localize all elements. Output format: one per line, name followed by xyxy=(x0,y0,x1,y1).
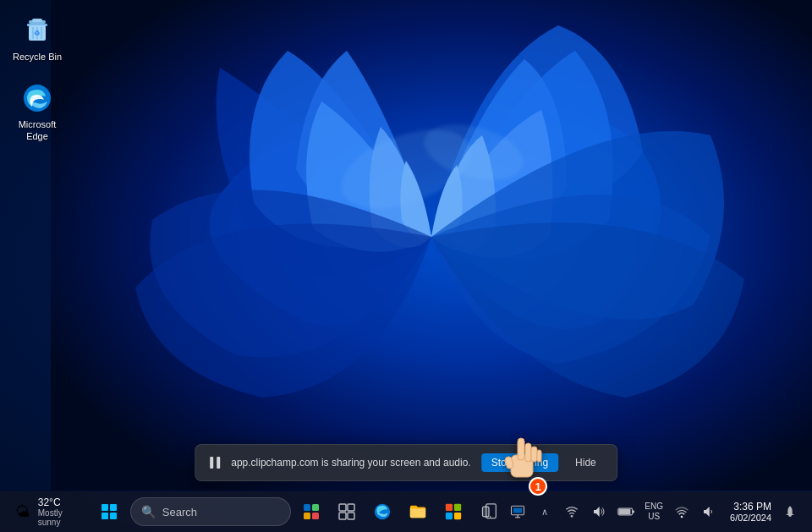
phone-link-taskbar-icon[interactable] xyxy=(472,495,506,529)
audio-tray-icon[interactable] xyxy=(587,500,611,524)
search-label: Search xyxy=(162,506,197,518)
network-tray-icon[interactable] xyxy=(560,500,584,524)
search-icon: 🔍 xyxy=(141,505,156,518)
svg-rect-36 xyxy=(446,504,453,511)
svg-rect-30 xyxy=(312,513,319,519)
svg-point-42 xyxy=(490,516,491,518)
svg-rect-28 xyxy=(312,504,319,511)
language-us: US xyxy=(645,512,663,522)
language-eng: ENG xyxy=(645,502,663,512)
desktop: ♻ Recycle Bin Microsoft Edge app.clipcha… xyxy=(0,0,812,532)
battery-tray-icon[interactable] xyxy=(614,500,638,524)
show-hidden-icons-button[interactable]: ∧ xyxy=(533,500,557,524)
store-taskbar-icon[interactable] xyxy=(436,495,470,529)
svg-point-51 xyxy=(681,516,683,518)
microsoft-edge-icon[interactable]: Microsoft Edge xyxy=(7,78,68,146)
svg-rect-32 xyxy=(348,504,354,511)
svg-text:♻: ♻ xyxy=(34,30,40,37)
recycle-bin-label: Recycle Bin xyxy=(13,51,62,63)
pause-icon xyxy=(209,456,221,469)
weather-info: 32°C Mostly sunny xyxy=(38,496,85,527)
time-display: 3:36 PM xyxy=(727,501,771,513)
svg-rect-23 xyxy=(102,504,108,511)
recycle-bin-icon[interactable]: ♻ Recycle Bin xyxy=(7,10,68,66)
screen-share-tray-icon[interactable] xyxy=(506,500,529,524)
svg-rect-12 xyxy=(210,457,213,469)
volume-tray-icon[interactable] xyxy=(697,500,721,524)
edge-taskbar-icon[interactable] xyxy=(365,495,399,529)
svg-rect-37 xyxy=(454,504,461,511)
svg-rect-49 xyxy=(633,510,634,513)
edge-label: Microsoft Edge xyxy=(10,118,64,143)
stop-sharing-button[interactable]: Stop sharing xyxy=(481,453,558,472)
svg-rect-39 xyxy=(454,513,461,519)
svg-rect-34 xyxy=(348,513,354,519)
svg-rect-29 xyxy=(304,513,310,519)
svg-point-47 xyxy=(571,515,573,518)
wifi-tray-icon[interactable] xyxy=(670,500,694,524)
temperature: 32°C xyxy=(38,496,85,508)
weather-icon: 🌤 xyxy=(14,502,33,522)
clock-display[interactable]: 3:36 PM 6/02/2024 xyxy=(724,499,775,524)
svg-rect-50 xyxy=(619,509,631,514)
svg-rect-4 xyxy=(32,19,42,22)
edge-image xyxy=(20,81,54,115)
svg-rect-26 xyxy=(110,513,117,519)
svg-rect-31 xyxy=(339,504,346,511)
svg-rect-41 xyxy=(483,507,490,517)
svg-rect-38 xyxy=(446,513,453,519)
taskbar: 🌤 32°C Mostly sunny 🔍 Search xyxy=(0,491,812,532)
explorer-taskbar-icon[interactable] xyxy=(401,495,435,529)
notifications-tray-icon[interactable] xyxy=(778,500,802,524)
share-message-text: app.clipchamp.com is sharing your screen… xyxy=(231,457,471,469)
date-display: 6/02/2024 xyxy=(727,513,771,523)
language-tray[interactable]: ENG US xyxy=(641,500,667,524)
svg-rect-24 xyxy=(110,504,117,511)
wallpaper xyxy=(51,0,812,498)
svg-rect-25 xyxy=(102,513,108,519)
svg-rect-13 xyxy=(217,457,220,469)
svg-rect-46 xyxy=(513,508,523,513)
screen-share-notification: app.clipchamp.com is sharing your screen… xyxy=(195,444,617,481)
recycle-bin-image: ♻ xyxy=(20,14,54,47)
weather-widget[interactable]: 🌤 32°C Mostly sunny xyxy=(7,496,91,527)
svg-rect-27 xyxy=(304,504,310,511)
hide-button[interactable]: Hide xyxy=(568,453,603,472)
start-button[interactable] xyxy=(93,495,125,529)
task-view-taskbar-icon[interactable] xyxy=(330,495,364,529)
system-tray: ∧ xyxy=(506,499,805,524)
weather-description: Mostly sunny xyxy=(38,508,85,527)
widgets-taskbar-icon[interactable] xyxy=(294,495,328,529)
taskbar-center xyxy=(294,495,506,529)
svg-rect-33 xyxy=(339,513,346,519)
search-bar[interactable]: 🔍 Search xyxy=(130,497,292,526)
